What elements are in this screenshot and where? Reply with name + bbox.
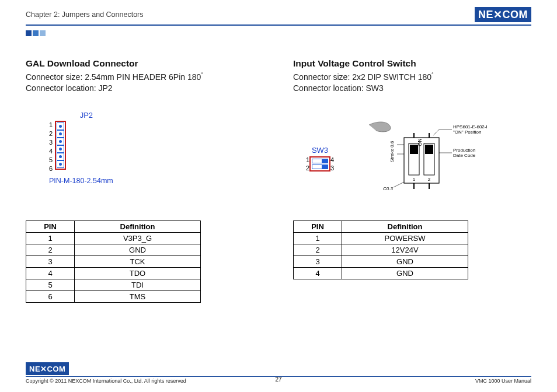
main-content: GAL Download Connector Connector size: 2… [0,38,557,303]
table-row: 1POWERSW [294,232,468,244]
table-row: 212V24V [294,244,468,256]
table-row: 4TDO [26,267,201,279]
jp2-pin-numbers: 1 2 3 4 5 6 [49,121,53,173]
brand-logo: NE✕COM [475,7,531,22]
sw3-illustration: ON HPS601-E-602-E "ON" Position Producti… [358,121,487,197]
left-column: GAL Download Connector Connector size: 2… [26,58,264,303]
table-row: 4GND [294,267,468,279]
right-section-title: Input Voltage Control Switch [293,58,531,69]
svg-line-11 [433,130,439,135]
page-header: Chapter 2: Jumpers and Connectors NE✕COM [0,0,557,24]
jp2-pin-table: PIN Definition 1V3P3_G 2GND 3TCK 4TDO 5T… [26,220,201,303]
left-connector-size: Connector size: 2.54mm PIN HEADER 6Pin 1… [26,71,264,83]
svg-line-21 [394,182,404,187]
svg-text:1: 1 [413,177,416,182]
sw3-diagram: SW3 1 4 2 3 [293,111,531,204]
svg-text:2: 2 [428,177,431,182]
sw3-diagram-title: SW3 [299,146,341,155]
left-section-title: GAL Download Connector [26,58,264,69]
page-number: 27 [275,376,281,383]
table-row: 3GND [294,256,468,267]
jp2-part-label: PIN-M-180-2.54mm [49,177,113,185]
left-connector-location: Connector location: JP2 [26,83,264,94]
svg-text:"ON" Position: "ON" Position [453,130,481,135]
sw3-pin-table: PIN Definition 1POWERSW 212V24V 3GND 4GN… [293,220,468,279]
sw3-switch-graphic: 1 4 2 3 [299,156,341,172]
jp2-connector-graphic [55,121,66,170]
table-header-pin: PIN [26,220,75,232]
table-header-pin: PIN [294,220,342,232]
svg-text:C0.3: C0.3 [383,186,393,191]
right-connector-location: Connector location: SW3 [293,83,531,94]
table-header-def: Definition [75,220,201,232]
table-row: 6TMS [26,290,201,302]
copyright-text: Copyright © 2011 NEXCOM International Co… [26,378,186,384]
footer-brand-logo: NE✕COM [26,362,69,375]
table-header-def: Definition [342,220,468,232]
header-rule [26,24,531,26]
table-row: 2GND [26,244,201,256]
svg-text:Date Code: Date Code [453,153,476,158]
svg-text:ON: ON [417,138,423,146]
right-connector-size: Connector size: 2x2 DIP SWITCH 180° [293,71,531,83]
svg-text:Stroke 0.6: Stroke 0.6 [389,141,395,162]
table-row: 1V3P3_G [26,232,201,244]
table-row: 3TCK [26,256,201,267]
jp2-diagram: JP2 1 2 3 4 5 6 [26,111,264,204]
right-column: Input Voltage Control Switch Connector s… [293,58,531,303]
svg-text:Production: Production [453,148,475,153]
svg-rect-4 [425,145,433,154]
chapter-title: Chapter 2: Jumpers and Connectors [26,10,144,19]
svg-text:HPS601-E-602-E: HPS601-E-602-E [453,124,487,130]
manual-title: VMC 1000 User Manual [475,378,531,384]
table-row: 5TDI [26,279,201,290]
decorative-squares [26,28,557,38]
jp2-diagram-title: JP2 [60,111,113,120]
